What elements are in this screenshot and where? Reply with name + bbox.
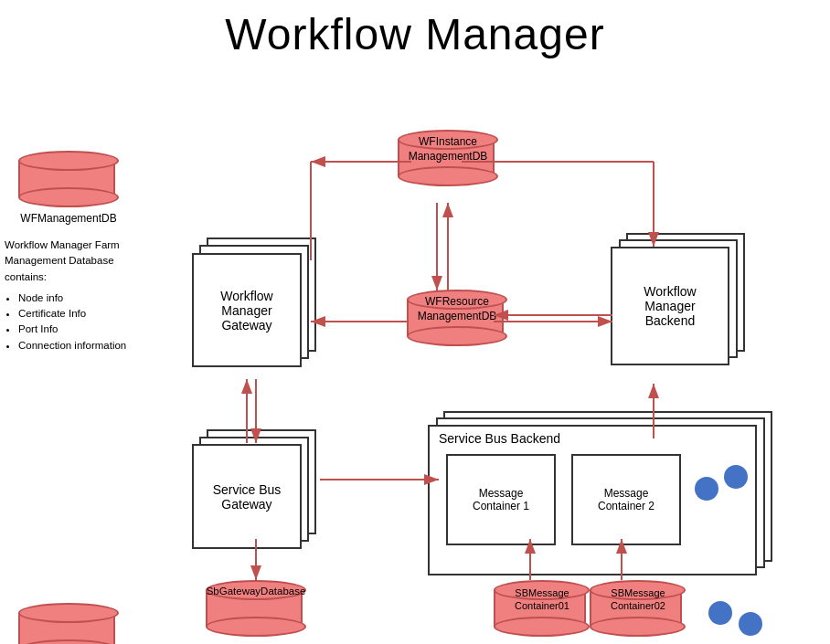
bottom-dot2 [739,612,762,636]
wf-instance-db-label: WFInstanceManagementDB [393,135,503,164]
page-title: Workflow Manager [0,0,830,64]
wf-resource-db-label: WFResourceManagementDB [402,295,512,323]
bullet-node-info: Node info [18,290,142,306]
bottom-dot1 [708,601,732,625]
bullet-port-info: Port Info [18,322,142,337]
wf-management-db-label: WFManagementDB [5,212,133,225]
dot1 [695,477,718,501]
sbmsg-container02-label: SBMessageContainer02 [579,586,697,613]
msg-container2: MessageContainer 2 [571,454,681,545]
wf-management-db [18,151,119,210]
sb-backend-main: Service Bus Backend MessageContainer 1 M… [428,425,757,575]
diagram-area: WFManagementDB Workflow Manager Farm Man… [0,64,830,644]
sidebar-description: Workflow Manager Farm Management Databas… [5,238,142,354]
sb-gateway-main: Service BusGateway [192,444,302,549]
sb-backend-label: Service Bus Backend [439,431,560,446]
dot2 [724,465,748,489]
msg-container1: MessageContainer 1 [446,454,556,545]
wf-gateway-main: WorkflowManagerGateway [192,253,302,367]
wf-backend-main: WorkflowManagerBackend [611,247,729,365]
bullet-cert-info: Certificate Info [18,306,142,322]
sb-management-db [18,603,119,644]
sb-gateway-db-label: SbGatewayDatabase [197,586,315,596]
bullet-connection-info: Connection information [18,338,142,354]
